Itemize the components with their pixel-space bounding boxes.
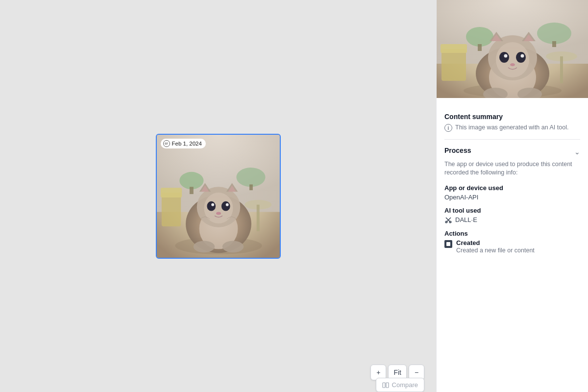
panel-content-area: Content summary i This image was generat… xyxy=(437,98,588,274)
svg-rect-36 xyxy=(478,44,482,51)
svg-rect-31 xyxy=(441,49,466,81)
image-date-badge: cr Feb 1, 2024 xyxy=(161,139,206,148)
image-date-text: Feb 1, 2024 xyxy=(172,141,202,147)
svg-rect-8 xyxy=(189,187,193,194)
process-chevron-icon[interactable]: ⌄ xyxy=(574,148,580,156)
ai-tool-label: AI tool used xyxy=(444,207,580,214)
action-title: Created xyxy=(456,239,535,246)
svg-rect-32 xyxy=(441,44,467,53)
right-panel: Content summary i This image was generat… xyxy=(436,0,588,392)
content-summary-title: Content summary xyxy=(444,113,580,121)
svg-point-9 xyxy=(236,167,265,186)
cr-icon: cr xyxy=(163,140,170,147)
svg-rect-34 xyxy=(560,56,563,83)
process-description: The app or device used to produce this c… xyxy=(444,160,580,177)
compare-icon xyxy=(382,382,389,389)
svg-point-21 xyxy=(222,241,243,252)
content-summary-row: i This image was generated with an AI to… xyxy=(444,123,580,132)
actions-field: Actions Created Created a new file or co… xyxy=(444,230,580,254)
svg-point-35 xyxy=(466,27,493,47)
svg-rect-58 xyxy=(446,242,450,246)
action-content: Created Created a new file or content xyxy=(456,239,535,254)
svg-point-18 xyxy=(225,203,228,206)
app-device-field: App or device used OpenAI-API xyxy=(444,184,580,201)
svg-point-17 xyxy=(211,203,214,206)
svg-point-44 xyxy=(516,52,526,63)
action-row: Created Created a new file or content xyxy=(444,239,580,254)
compare-label: Compare xyxy=(392,381,418,389)
svg-point-7 xyxy=(179,172,203,189)
svg-point-47 xyxy=(510,63,515,66)
process-section: Process ⌄ The app or device used to prod… xyxy=(444,140,580,267)
process-title: Process xyxy=(444,147,471,154)
svg-point-45 xyxy=(504,54,508,58)
svg-point-16 xyxy=(221,201,230,211)
svg-rect-26 xyxy=(383,383,385,388)
compare-button[interactable]: Compare xyxy=(376,378,424,392)
svg-rect-38 xyxy=(552,41,556,47)
app-device-label: App or device used xyxy=(444,184,580,192)
svg-point-46 xyxy=(521,54,524,58)
panel-cat-image xyxy=(437,0,588,98)
action-desc: Created a new file or content xyxy=(456,247,535,254)
image-thumbnail-card[interactable]: cr Feb 1, 2024 xyxy=(156,134,281,259)
svg-rect-4 xyxy=(160,188,181,197)
svg-point-15 xyxy=(207,201,216,211)
svg-rect-6 xyxy=(256,204,259,231)
svg-point-43 xyxy=(499,52,509,63)
dalle-icon xyxy=(444,216,452,224)
svg-point-20 xyxy=(193,241,214,252)
info-icon: i xyxy=(444,124,452,132)
ai-tool-value: DALL·E xyxy=(455,216,477,223)
app-device-value: OpenAI-API xyxy=(444,194,580,201)
panel-image xyxy=(437,0,588,98)
action-created-icon xyxy=(444,240,452,248)
svg-rect-3 xyxy=(161,193,180,226)
thumbnail-image xyxy=(157,135,280,258)
ai-tool-field: AI tool used DALL·E xyxy=(444,207,580,224)
svg-rect-27 xyxy=(386,383,389,388)
svg-point-37 xyxy=(537,23,571,44)
process-section-header: Process ⌄ xyxy=(444,147,580,157)
canvas-area: cr Feb 1, 2024 xyxy=(0,0,436,392)
content-summary-desc: This image was generated with an AI tool… xyxy=(455,123,568,132)
svg-rect-10 xyxy=(249,184,252,190)
svg-point-19 xyxy=(216,212,221,215)
content-summary-section: Content summary i This image was generat… xyxy=(444,106,580,140)
actions-label: Actions xyxy=(444,230,580,237)
ai-tool-value-row: DALL·E xyxy=(444,216,580,224)
